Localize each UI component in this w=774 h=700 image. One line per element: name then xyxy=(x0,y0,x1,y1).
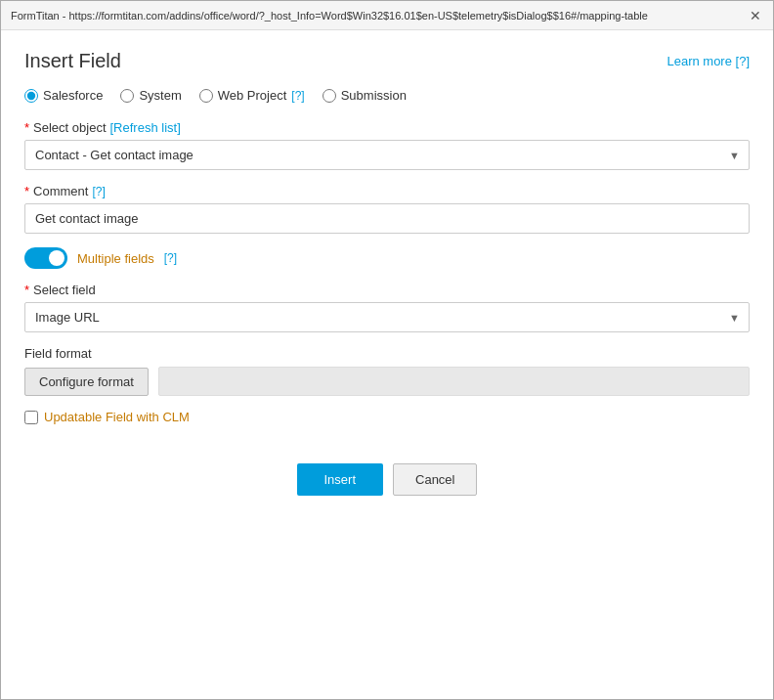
comment-label-row: * Comment [?] xyxy=(24,184,750,198)
comment-help-link[interactable]: [?] xyxy=(92,185,105,198)
select-field-required: * xyxy=(24,283,29,297)
multiple-fields-row: Multiple fields [?] xyxy=(24,247,750,269)
radio-submission-label: Submission xyxy=(341,88,407,103)
updatable-field-checkbox-label[interactable]: Updatable Field with CLM xyxy=(24,410,190,424)
updatable-field-label: Updatable Field with CLM xyxy=(44,410,190,424)
comment-section: * Comment [?] xyxy=(24,184,750,234)
select-field-wrapper: Image URL ▼ xyxy=(24,302,750,332)
comment-label-text: Comment xyxy=(33,184,88,198)
insert-button[interactable]: Insert xyxy=(297,463,384,496)
radio-webproject[interactable]: Web Project [?] xyxy=(199,88,305,103)
updatable-field-checkbox[interactable] xyxy=(24,411,38,424)
select-field-label-text: Select field xyxy=(33,283,96,297)
multiple-fields-help-link[interactable]: [?] xyxy=(164,251,177,265)
multiple-fields-toggle[interactable] xyxy=(24,247,67,269)
select-object-dropdown[interactable]: Contact - Get contact image xyxy=(24,140,750,170)
cancel-button[interactable]: Cancel xyxy=(393,463,477,496)
titlebar-text: FormTitan - https://formtitan.com/addins… xyxy=(11,10,648,22)
format-display xyxy=(158,367,750,396)
updatable-field-row: Updatable Field with CLM xyxy=(24,410,750,424)
content-area: Insert Field Learn more [?] Salesforce S… xyxy=(1,30,773,699)
field-format-section: Field format Configure format xyxy=(24,346,750,396)
radio-submission-input[interactable] xyxy=(322,89,336,103)
close-button[interactable]: ✕ xyxy=(748,9,763,22)
action-buttons: Insert Cancel xyxy=(24,463,750,496)
radio-submission[interactable]: Submission xyxy=(322,88,407,103)
multiple-fields-label: Multiple fields xyxy=(77,251,154,266)
configure-format-button[interactable]: Configure format xyxy=(24,368,149,396)
radio-system-input[interactable] xyxy=(120,89,134,103)
field-format-label: Field format xyxy=(24,346,750,361)
select-object-wrapper: Contact - Get contact image ▼ xyxy=(24,140,750,170)
comment-required: * xyxy=(24,184,29,198)
refresh-list-link[interactable]: [Refresh list] xyxy=(110,120,181,135)
radio-salesforce-label: Salesforce xyxy=(43,88,103,103)
radio-webproject-label: Web Project xyxy=(218,88,287,103)
webproject-help-link[interactable]: [?] xyxy=(291,89,304,103)
page-title: Insert Field xyxy=(24,50,121,72)
learn-more-link[interactable]: Learn more [?] xyxy=(666,54,750,68)
header-row: Insert Field Learn more [?] xyxy=(24,50,750,72)
radio-system-label: System xyxy=(139,88,181,103)
select-object-label-text: Select object xyxy=(33,120,106,135)
comment-input[interactable] xyxy=(24,203,750,234)
titlebar: FormTitan - https://formtitan.com/addins… xyxy=(1,1,773,30)
select-field-section: * Select field Image URL ▼ xyxy=(24,283,750,332)
format-row: Configure format xyxy=(24,367,750,396)
radio-webproject-input[interactable] xyxy=(199,89,213,103)
select-object-label-row: * Select object [Refresh list] xyxy=(24,120,750,135)
source-radio-group: Salesforce System Web Project [?] Submis… xyxy=(24,88,750,103)
select-field-dropdown[interactable]: Image URL xyxy=(24,302,750,332)
toggle-slider xyxy=(24,247,67,269)
radio-salesforce[interactable]: Salesforce xyxy=(24,88,103,103)
select-field-label-row: * Select field xyxy=(24,283,750,297)
main-window: FormTitan - https://formtitan.com/addins… xyxy=(0,0,774,700)
select-object-section: * Select object [Refresh list] Contact -… xyxy=(24,120,750,170)
select-object-required: * xyxy=(24,120,29,135)
radio-system[interactable]: System xyxy=(120,88,181,103)
radio-salesforce-input[interactable] xyxy=(24,89,38,103)
